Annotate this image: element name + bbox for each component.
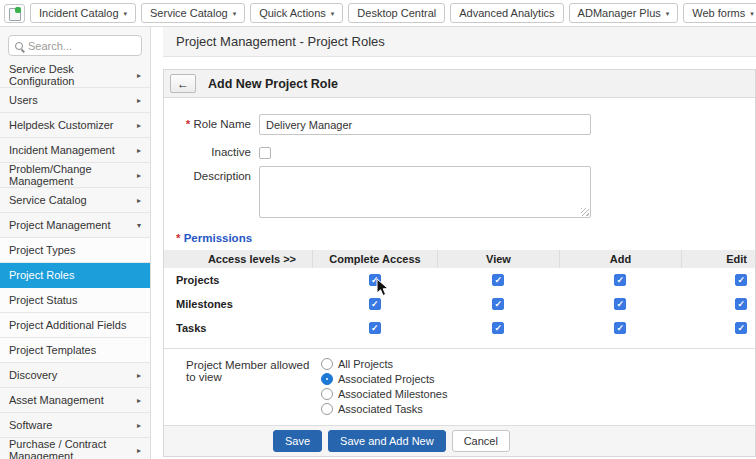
- sidebar-item-service-catalog[interactable]: Service Catalog▸: [0, 188, 150, 213]
- sidebar-item-incident-management[interactable]: Incident Management▸: [0, 138, 150, 163]
- sidebar-item-discovery[interactable]: Discovery▸: [0, 363, 150, 388]
- chevron-down-icon: ▾: [137, 221, 141, 230]
- topbar-item-advanced-analytics[interactable]: Advanced Analytics: [450, 3, 563, 23]
- panel-title: Add New Project Role: [208, 77, 338, 91]
- radio-associated-projects[interactable]: [321, 373, 333, 385]
- radio-associated-milestones[interactable]: [321, 388, 333, 400]
- cancel-button[interactable]: Cancel: [452, 430, 510, 452]
- sidebar-item-project-management[interactable]: Project Management▾: [0, 213, 150, 238]
- sidebar-item-label: Problem/Change Management: [9, 163, 137, 187]
- sidebar-item-label: Purchase / Contract Management: [9, 438, 137, 459]
- back-arrow-icon: ←: [177, 77, 189, 91]
- sidebar: Service Desk Configuration▸ Users▸ Helpd…: [0, 27, 151, 459]
- role-name-input[interactable]: [259, 114, 591, 135]
- topbar-label: Incident Catalog: [39, 7, 119, 19]
- topbar-item-incident-catalog[interactable]: Incident Catalog▾: [30, 3, 136, 23]
- column-view: View: [437, 250, 559, 268]
- checkbox-projects-add[interactable]: [614, 274, 626, 286]
- option-associated-tasks[interactable]: Associated Tasks: [321, 403, 447, 415]
- radio-label: Associated Milestones: [338, 388, 447, 400]
- chevron-right-icon: ▸: [137, 121, 141, 130]
- chevron-right-icon: ▸: [137, 446, 141, 455]
- member-view-section: Project Member allowed to view All Proje…: [164, 348, 755, 425]
- description-textarea[interactable]: [259, 166, 591, 218]
- checkbox-tasks-add[interactable]: [614, 322, 626, 334]
- sidebar-item-problem-change-management[interactable]: Problem/Change Management▸: [0, 163, 150, 188]
- search-input[interactable]: [28, 40, 135, 52]
- topbar-item-service-catalog[interactable]: Service Catalog▾: [141, 3, 245, 23]
- radio-all-projects[interactable]: [321, 358, 333, 370]
- checkbox-projects-complete-access[interactable]: [369, 274, 381, 286]
- checkbox-projects-edit[interactable]: [735, 274, 747, 286]
- panel-header: ← Add New Project Role: [164, 70, 755, 98]
- option-associated-projects[interactable]: Associated Projects: [321, 373, 447, 385]
- sidebar-item-project-additional-fields[interactable]: Project Additional Fields: [0, 313, 150, 338]
- topbar-label: Quick Actions: [259, 7, 326, 19]
- checkbox-tasks-complete-access[interactable]: [369, 322, 381, 334]
- topbar-item-web-forms[interactable]: Web forms▾: [683, 3, 756, 23]
- option-all-projects[interactable]: All Projects: [321, 358, 447, 370]
- checkbox-tasks-view[interactable]: [492, 322, 504, 334]
- note-icon[interactable]: [4, 4, 25, 23]
- checkbox-projects-view[interactable]: [492, 274, 504, 286]
- topbar-label: Desktop Central: [357, 7, 436, 19]
- chevron-right-icon: ▸: [137, 71, 141, 80]
- page-header: Project Management - Project Roles: [163, 27, 756, 57]
- row-label: Tasks: [164, 322, 312, 334]
- column-complete-access: Complete Access: [312, 250, 437, 268]
- member-view-options: All Projects Associated Projects Associa…: [321, 358, 447, 415]
- checkbox-milestones-complete-access[interactable]: [369, 298, 381, 310]
- description-row: Description: [164, 166, 755, 220]
- radio-associated-tasks[interactable]: [321, 403, 333, 415]
- sidebar-item-helpdesk-customizer[interactable]: Helpdesk Customizer▸: [0, 113, 150, 138]
- save-button[interactable]: Save: [273, 430, 322, 452]
- radio-label: All Projects: [338, 358, 393, 370]
- sidebar-item-label: Users: [9, 94, 38, 106]
- sidebar-item-asset-management[interactable]: Asset Management▸: [0, 388, 150, 413]
- topbar-item-desktop-central[interactable]: Desktop Central: [348, 3, 445, 23]
- sidebar-item-label: Project Roles: [9, 269, 74, 281]
- sidebar-item-project-templates[interactable]: Project Templates: [0, 338, 150, 363]
- search-box[interactable]: [8, 35, 142, 56]
- chevron-right-icon: ▸: [137, 421, 141, 430]
- sidebar-item-label: Project Additional Fields: [9, 319, 126, 331]
- inactive-checkbox[interactable]: [259, 147, 271, 159]
- inactive-row: Inactive: [164, 142, 755, 159]
- sidebar-item-project-status[interactable]: Project Status: [0, 288, 150, 313]
- radio-label: Associated Tasks: [338, 403, 423, 415]
- sidebar-item-users[interactable]: Users▸: [0, 88, 150, 113]
- chevron-right-icon: ▸: [137, 146, 141, 155]
- row-label: Projects: [164, 274, 312, 286]
- sidebar-item-label: Project Types: [9, 244, 75, 256]
- table-row-tasks: Tasks: [164, 316, 755, 340]
- sidebar-item-label: Service Desk Configuration: [9, 63, 137, 87]
- sidebar-item-software[interactable]: Software▸: [0, 413, 150, 438]
- description-label: Description: [164, 166, 251, 182]
- topbar-label: Advanced Analytics: [459, 7, 554, 19]
- sidebar-item-purchase-contract-management[interactable]: Purchase / Contract Management▸: [0, 438, 150, 459]
- sidebar-item-project-types[interactable]: Project Types: [0, 238, 150, 263]
- back-button[interactable]: ←: [170, 74, 196, 93]
- topbar-item-admanager-plus[interactable]: ADManager Plus▾: [569, 3, 679, 23]
- role-name-label: Role Name: [164, 114, 251, 130]
- save-and-add-new-button[interactable]: Save and Add New: [328, 430, 446, 452]
- sidebar-item-label: Asset Management: [9, 394, 104, 406]
- search-icon: [15, 42, 23, 50]
- checkbox-milestones-add[interactable]: [614, 298, 626, 310]
- sidebar-item-label: Incident Management: [9, 144, 115, 156]
- checkbox-milestones-edit[interactable]: [735, 298, 747, 310]
- option-associated-milestones[interactable]: Associated Milestones: [321, 388, 447, 400]
- sidebar-item-label: Service Catalog: [9, 194, 87, 206]
- permissions-heading: Permissions: [176, 232, 755, 244]
- sidebar-item-service-desk-configuration[interactable]: Service Desk Configuration▸: [0, 63, 150, 88]
- sidebar-item-project-roles[interactable]: Project Roles: [0, 263, 150, 288]
- chevron-down-icon: ▾: [124, 10, 128, 17]
- role-name-row: Role Name: [164, 114, 755, 135]
- column-add: Add: [559, 250, 681, 268]
- sidebar-search: [0, 27, 150, 63]
- sidebar-nav: Service Desk Configuration▸ Users▸ Helpd…: [0, 63, 150, 459]
- add-project-role-panel: ← Add New Project Role Role Name Inactiv…: [163, 69, 756, 457]
- checkbox-tasks-edit[interactable]: [735, 322, 747, 334]
- topbar-item-quick-actions[interactable]: Quick Actions▾: [250, 3, 343, 23]
- checkbox-milestones-view[interactable]: [492, 298, 504, 310]
